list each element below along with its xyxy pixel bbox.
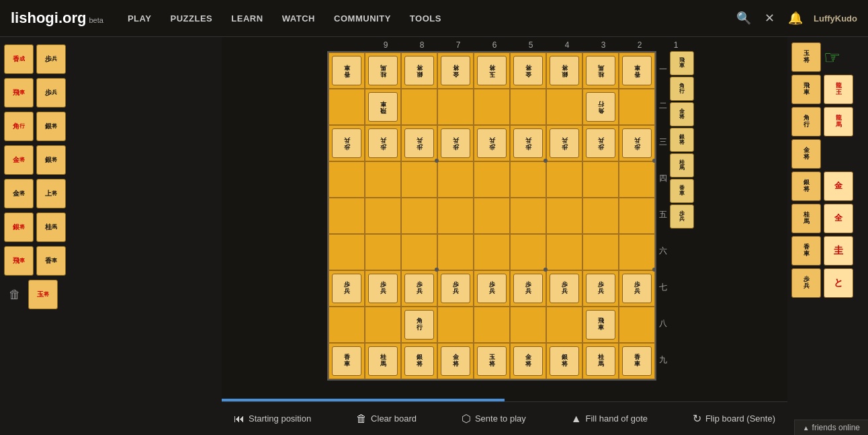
- cell-4-0[interactable]: [329, 198, 365, 234]
- cell-8-0[interactable]: 香車: [329, 343, 365, 379]
- cell-0-6[interactable]: 銀将: [546, 52, 582, 89]
- ref-prom-lance[interactable]: 圭: [824, 236, 853, 266]
- cell-3-3[interactable]: [437, 161, 474, 198]
- cell-6-5[interactable]: 歩兵: [510, 270, 546, 307]
- cell-4-2[interactable]: [401, 198, 437, 234]
- sente-to-play-btn[interactable]: ⬡ Sente to play: [455, 408, 533, 429]
- cell-8-7[interactable]: 桂馬: [582, 343, 619, 379]
- ref-dragon[interactable]: 龍王: [824, 75, 853, 104]
- cell-5-8[interactable]: [619, 234, 655, 270]
- cell-4-5[interactable]: [510, 198, 546, 234]
- cell-4-7[interactable]: [582, 198, 619, 234]
- cell-5-5[interactable]: [510, 234, 546, 270]
- cell-6-2[interactable]: 歩兵: [401, 270, 437, 307]
- cell-2-1[interactable]: 歩兵: [365, 125, 401, 161]
- cell-0-5[interactable]: 金将: [510, 52, 546, 89]
- logo-text[interactable]: lishogi.org: [11, 9, 86, 27]
- cell-8-5[interactable]: 金将: [510, 343, 546, 379]
- gote-cap-2[interactable]: 角行: [670, 77, 694, 101]
- cell-2-2[interactable]: 歩兵: [401, 125, 437, 161]
- cell-1-4[interactable]: [474, 89, 510, 125]
- close-icon[interactable]: ✕: [762, 8, 777, 28]
- cell-4-8[interactable]: [619, 198, 655, 234]
- nav-learn[interactable]: LEARN: [223, 8, 271, 29]
- left-piece-11[interactable]: 銀将: [4, 212, 34, 242]
- cell-4-3[interactable]: [437, 198, 474, 234]
- left-piece-8[interactable]: 銀将: [36, 145, 66, 175]
- notification-icon[interactable]: 🔔: [785, 8, 806, 28]
- left-piece-10[interactable]: 上将: [36, 179, 66, 208]
- cell-1-3[interactable]: [437, 89, 474, 125]
- cell-1-6[interactable]: [546, 89, 582, 125]
- cell-8-1[interactable]: 桂馬: [365, 343, 401, 379]
- cell-2-3[interactable]: 歩兵: [437, 125, 474, 161]
- nav-community[interactable]: COMMUNITY: [326, 8, 399, 29]
- cell-8-4[interactable]: 玉将: [474, 343, 510, 379]
- flip-board-btn[interactable]: ↻ Flip board (Sente): [686, 408, 782, 429]
- starting-position-btn[interactable]: ⏮ Starting position: [227, 409, 318, 429]
- cell-2-4[interactable]: 歩兵: [474, 125, 510, 161]
- cell-1-1[interactable]: 飛車: [365, 89, 401, 125]
- cell-7-5[interactable]: [510, 307, 546, 343]
- cell-3-8[interactable]: [619, 161, 655, 198]
- cell-8-3[interactable]: 金将: [437, 343, 474, 379]
- ref-prom-silver[interactable]: 金: [824, 171, 853, 201]
- friends-online-btn[interactable]: ▲ friends online: [794, 420, 868, 435]
- cell-5-1[interactable]: [365, 234, 401, 270]
- cell-6-0[interactable]: 歩兵: [329, 270, 365, 307]
- ref-horse[interactable]: 龍馬: [824, 107, 853, 136]
- left-piece-1[interactable]: 香成: [4, 44, 34, 74]
- left-piece-15[interactable]: 玉将: [28, 280, 58, 309]
- gote-cap-3[interactable]: 金将: [670, 102, 694, 126]
- cell-0-4[interactable]: 玉将: [474, 52, 510, 89]
- cell-4-1[interactable]: [365, 198, 401, 234]
- cell-6-6[interactable]: 歩兵: [546, 270, 582, 307]
- fill-hand-btn[interactable]: ▲ Fill hand of gote: [564, 409, 654, 429]
- cell-5-3[interactable]: [437, 234, 474, 270]
- cell-2-5[interactable]: 歩兵: [510, 125, 546, 161]
- ref-bishop[interactable]: 角行: [791, 107, 821, 136]
- cell-0-7[interactable]: 桂馬: [582, 52, 619, 89]
- cell-7-2[interactable]: 角行: [401, 307, 437, 343]
- cell-3-5[interactable]: [510, 161, 546, 198]
- cell-4-6[interactable]: [546, 198, 582, 234]
- cell-1-5[interactable]: [510, 89, 546, 125]
- cell-7-0[interactable]: [329, 307, 365, 343]
- trash-icon[interactable]: 🗑: [4, 284, 26, 305]
- gote-cap-6[interactable]: 香車: [670, 179, 694, 203]
- cell-6-1[interactable]: 歩兵: [365, 270, 401, 307]
- cell-0-0[interactable]: 香車: [329, 52, 365, 89]
- cell-5-2[interactable]: [401, 234, 437, 270]
- cell-5-4[interactable]: [474, 234, 510, 270]
- ref-pawn[interactable]: 歩兵: [791, 268, 821, 298]
- cell-3-0[interactable]: [329, 161, 365, 198]
- cell-1-0[interactable]: [329, 89, 365, 125]
- cell-7-3[interactable]: [437, 307, 474, 343]
- cell-1-7[interactable]: 角行: [582, 89, 619, 125]
- cell-6-3[interactable]: 歩兵: [437, 270, 474, 307]
- gote-cap-5[interactable]: 桂馬: [670, 153, 694, 177]
- cell-0-3[interactable]: 金将: [437, 52, 474, 89]
- ref-gold[interactable]: 金将: [791, 139, 821, 169]
- ref-lance[interactable]: 香車: [791, 236, 821, 266]
- cell-0-2[interactable]: 銀将: [401, 52, 437, 89]
- nav-tools[interactable]: TOOLS: [402, 8, 449, 29]
- left-piece-7[interactable]: 金将: [4, 145, 34, 175]
- username[interactable]: LuffyKudo: [814, 13, 857, 24]
- cell-5-0[interactable]: [329, 234, 365, 270]
- left-piece-4[interactable]: 歩兵: [36, 78, 66, 108]
- cell-0-8[interactable]: 香車: [619, 52, 655, 89]
- ref-silver[interactable]: 銀将: [791, 171, 821, 201]
- left-piece-9[interactable]: 金将: [4, 179, 34, 208]
- cell-7-7[interactable]: 飛車: [582, 307, 619, 343]
- cell-7-4[interactable]: [474, 307, 510, 343]
- search-icon[interactable]: 🔍: [734, 8, 754, 28]
- cell-1-8[interactable]: [619, 89, 655, 125]
- shogi-board[interactable]: 香車桂馬銀将金将玉将金将銀将桂馬香車飛車角行歩兵歩兵歩兵歩兵歩兵歩兵歩兵歩兵歩兵…: [327, 51, 656, 381]
- cell-8-2[interactable]: 銀将: [401, 343, 437, 379]
- ref-rook[interactable]: 飛車: [791, 75, 821, 104]
- cell-5-6[interactable]: [546, 234, 582, 270]
- cell-5-7[interactable]: [582, 234, 619, 270]
- cell-7-8[interactable]: [619, 307, 655, 343]
- left-piece-14[interactable]: 香車: [36, 246, 66, 276]
